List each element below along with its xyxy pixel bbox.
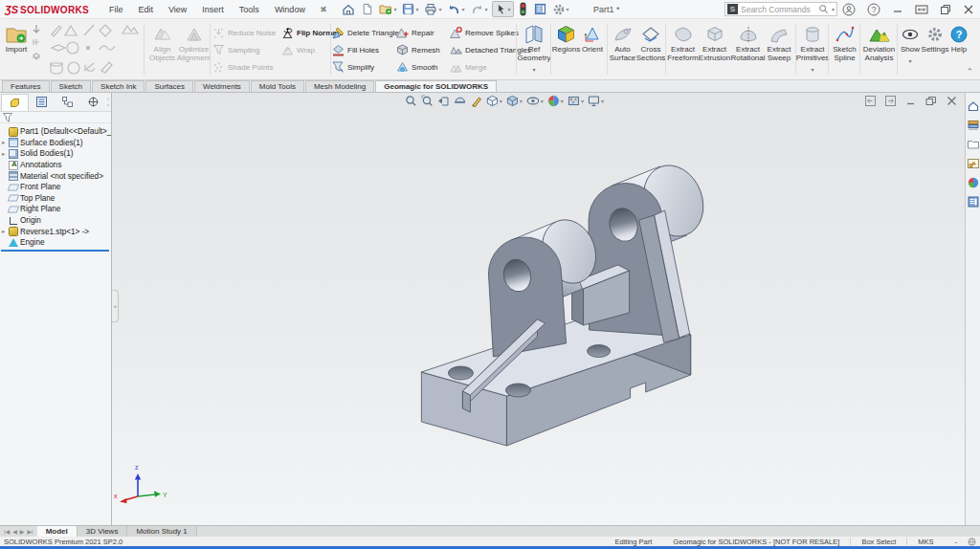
tree-item[interactable]: ▸ Annotations	[0, 160, 111, 171]
align-objects-button[interactable]: Align Objects	[146, 21, 178, 63]
extract-sweep-button[interactable]: Extract Sweep	[766, 21, 792, 63]
units-selector[interactable]: MKS	[907, 538, 944, 546]
tab-scroll-arrows[interactable]: |◀◀▶▶|	[0, 526, 37, 537]
tree-item[interactable]: ▸ Front Plane	[0, 182, 111, 193]
disabled-tools-cluster-icon[interactable]	[31, 21, 144, 77]
print-button[interactable]: ▾	[422, 2, 443, 16]
minimize-icon[interactable]	[892, 4, 903, 15]
file-explorer-icon[interactable]	[968, 139, 979, 150]
hide-show-items-button[interactable]: ▾	[526, 95, 544, 107]
extract-rotational-button[interactable]: Extract Rotational	[730, 21, 766, 63]
view-tab[interactable]: 3D Views	[78, 526, 128, 537]
regions-button[interactable]: Regions	[552, 21, 580, 55]
sampling-button[interactable]: Sampling	[212, 44, 259, 56]
save-button[interactable]: ▾	[400, 2, 420, 16]
tree-item[interactable]: ▸ Right Plane	[0, 204, 111, 215]
view-tab[interactable]: Motion Study 1	[127, 526, 196, 537]
view-orientation-button[interactable]: ▾	[486, 95, 502, 107]
expand-arrow-icon[interactable]: ▸	[2, 228, 7, 235]
delete-triangles-button[interactable]: Delete Triangles	[332, 27, 403, 39]
select-button[interactable]: ▾	[492, 1, 514, 17]
wrap-button[interactable]: Wrap	[281, 44, 315, 56]
repair-button[interactable]: Repair	[396, 27, 434, 39]
zoom-to-area-button[interactable]	[421, 95, 434, 107]
menu-item[interactable]: Window	[268, 3, 312, 16]
menu-item[interactable]: Edit	[131, 3, 160, 16]
pin-icon[interactable]: ✚	[318, 3, 329, 15]
view-palette-icon[interactable]	[968, 158, 979, 169]
view-settings-button[interactable]: ▾	[588, 95, 604, 107]
performance-button[interactable]	[516, 1, 530, 17]
tree-item[interactable]: ▸ Material <not specified>	[0, 170, 111, 182]
search-icon[interactable]	[818, 4, 829, 14]
menu-item[interactable]: Insert	[195, 3, 231, 16]
previous-window-icon[interactable]	[865, 96, 876, 106]
view-tab[interactable]: Model	[37, 526, 78, 537]
ref-geometry-caret-icon[interactable]: ▾	[532, 66, 535, 73]
tree-item[interactable]: ▸ Origin	[0, 215, 111, 227]
next-window-icon[interactable]	[885, 96, 896, 106]
tree-item[interactable]: ▸ Solid Bodies(1)	[0, 148, 111, 160]
tab-propertymanager[interactable]	[29, 94, 55, 111]
options-button[interactable]: ▾	[550, 2, 571, 17]
rollback-bar[interactable]	[1, 250, 109, 252]
appearances-scenes-icon[interactable]	[968, 177, 979, 188]
previous-view-button[interactable]	[437, 95, 450, 107]
tree-item[interactable]: ▸ Engine	[0, 237, 111, 249]
redo-button[interactable]: ▾	[469, 2, 490, 16]
graphics-viewport[interactable]: z Y x ▾ ▾ ▾ ▾ ▾ ▾	[112, 93, 965, 525]
extract-extrusion-button[interactable]: Extract Extrusion	[699, 21, 730, 63]
tree-item[interactable]: ▸ Part1 (Default<<Default>_Display Stat	[0, 126, 111, 138]
help-button[interactable]: ? Help	[948, 21, 969, 55]
user-account-icon[interactable]	[842, 3, 856, 16]
show-caret-icon[interactable]: ▾	[908, 57, 911, 64]
smooth-button[interactable]: Smooth	[396, 61, 438, 74]
close-icon[interactable]	[963, 4, 974, 15]
command-tab[interactable]: Geomagic for SOLIDWORKS	[375, 80, 497, 92]
simplify-button[interactable]: Simplify	[332, 61, 374, 74]
display-style-button[interactable]: ▾	[506, 95, 523, 107]
tree-item[interactable]: ▸ Reverse1.stp<1> ->	[0, 226, 111, 237]
tab-featuremanager[interactable]	[1, 94, 29, 111]
design-library-icon[interactable]	[968, 120, 979, 131]
solidworks-resources-icon[interactable]	[968, 100, 979, 112]
command-tab[interactable]: Weldments	[194, 80, 250, 92]
help-circle-icon[interactable]: ?	[867, 3, 880, 16]
shade-points-button[interactable]: Shade Points	[212, 61, 274, 74]
tree-filter-row[interactable]	[0, 112, 111, 123]
new-document-button[interactable]	[359, 2, 375, 16]
zoom-to-fit-button[interactable]	[405, 95, 417, 107]
panel-tab-arrows-icon[interactable]: ‹›	[106, 97, 110, 107]
deviation-analysis-button[interactable]: Deviation Analysis	[861, 21, 897, 63]
command-tab[interactable]: Features	[2, 80, 50, 92]
expand-arrow-icon[interactable]: ▸	[2, 150, 7, 158]
extract-primitives-caret-icon[interactable]: ▾	[811, 66, 813, 73]
orient-button[interactable]: Orient	[580, 21, 605, 55]
menu-item[interactable]: File	[102, 3, 130, 16]
panel-splitter-handle[interactable]: ◂	[112, 290, 119, 322]
apply-scene-button[interactable]: ▾	[568, 95, 584, 107]
expand-arrow-icon[interactable]: ▸	[2, 139, 7, 146]
import-button[interactable]: Import	[2, 21, 31, 55]
reduce-noise-button[interactable]: Reduce Noise	[212, 27, 276, 39]
annotation-views-button[interactable]	[470, 95, 482, 107]
menu-item[interactable]: View	[162, 3, 193, 16]
span-displays-icon[interactable]	[915, 4, 928, 15]
settings-button[interactable]: Settings	[922, 21, 948, 55]
undo-button[interactable]: ▾	[445, 2, 466, 16]
close-document-icon[interactable]	[947, 96, 957, 106]
fill-holes-button[interactable]: Fill Holes	[332, 44, 379, 56]
command-tab[interactable]: Sketch Ink	[92, 80, 145, 92]
search-caret-icon[interactable]: ▾	[832, 7, 835, 12]
tag-globe-icon[interactable]	[968, 538, 976, 546]
part-model-engine-bracket[interactable]: z Y x	[112, 93, 965, 525]
open-button[interactable]: ▾	[377, 2, 398, 16]
ref-geometry-button[interactable]: Ref Geometry ▾	[518, 21, 550, 73]
command-tab[interactable]: Mold Tools	[251, 80, 304, 92]
tab-dimxpertmanager[interactable]	[80, 94, 106, 111]
minimize-document-icon[interactable]	[905, 96, 916, 106]
search-commands-box[interactable]: S Search Commands ▾	[724, 2, 837, 16]
optimize-alignment-button[interactable]: Optimize Alignment	[178, 21, 210, 63]
custom-properties-icon[interactable]	[968, 196, 979, 208]
sketch-spline-button[interactable]: Sketch Spline	[830, 21, 859, 63]
